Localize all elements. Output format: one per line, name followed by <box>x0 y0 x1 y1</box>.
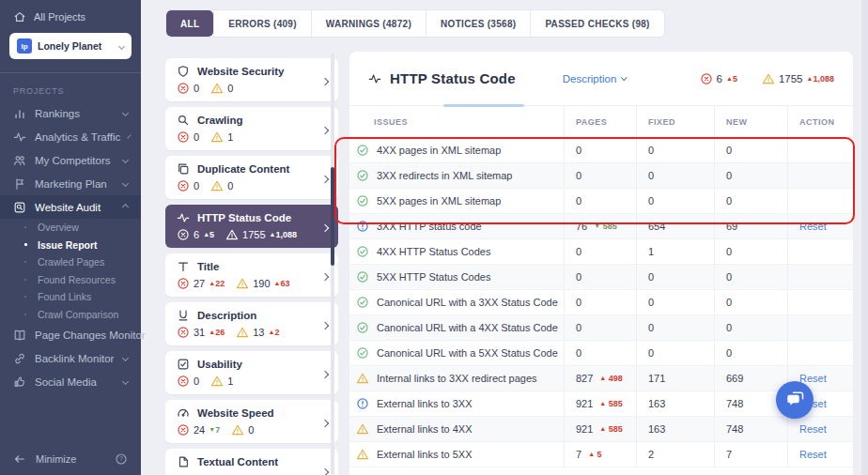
category-title[interactable]: Title27▲22190▲63 <box>165 253 338 297</box>
help-icon[interactable]: ? <box>115 452 128 466</box>
issue-label: 4XX HTTP Status Codes <box>377 246 490 257</box>
sidebar-subitem-found-links[interactable]: Found Links <box>0 288 141 306</box>
all-projects-link[interactable]: All Projects <box>0 0 141 31</box>
pages-delta: ▲ 585 <box>599 399 622 408</box>
issue-cell: Canonical URL with a 5XX Status Code <box>349 341 564 365</box>
category-http-status-code[interactable]: HTTP Status Code6▲51755▲1,088 <box>165 205 338 248</box>
sidebar-subitem-crawled-pages[interactable]: Crawled Pages <box>0 253 141 271</box>
warnings-count: 190▲63 <box>236 277 289 290</box>
warning-icon <box>762 72 775 85</box>
tab-notices[interactable]: NOTICES (3568) <box>426 10 530 37</box>
category-website-speed[interactable]: Website Speed24▼70 <box>165 400 338 443</box>
issue-row-external-links-to-4xx[interactable]: External links to 4XX921▲ 585163748Reset <box>349 417 853 442</box>
sidebar-item-analytics-traffic[interactable]: Analytics & Traffic <box>0 125 141 148</box>
issue-row-5xx-http-status-codes[interactable]: 5XX HTTP Status Codes000 <box>349 265 853 290</box>
sidebar-item-my-competitors[interactable]: My Competitors <box>0 148 141 172</box>
errors-summary: 6 ▲5 <box>700 72 737 85</box>
category-textual-content[interactable]: Textual Content <box>165 449 338 475</box>
category-name: Description <box>197 310 256 321</box>
issue-row-internal-links-to-3xx-redirect-pages[interactable]: Internal links to 3XX redirect pages827▲… <box>349 366 853 391</box>
chevron-down-icon <box>122 110 129 116</box>
new-cell: 69 <box>714 214 787 238</box>
sidebar-item-marketing-plan[interactable]: Marketing Plan <box>0 172 141 195</box>
chevron-right-icon <box>322 169 328 186</box>
issue-row-3xx-http-status-code[interactable]: 3XX HTTP status code76▼ 58565469Reset <box>349 214 853 239</box>
error-icon <box>177 228 190 241</box>
tab-errors[interactable]: ERRORS (409) <box>213 10 311 37</box>
tab-warnings[interactable]: WARNINGS (4872) <box>311 10 426 37</box>
reset-link[interactable]: Reset <box>799 449 827 460</box>
chevron-right-icon <box>322 364 328 381</box>
action-cell <box>787 239 853 264</box>
panel-header: HTTP Status Code Description 6 ▲5 1755 ▲… <box>349 52 853 106</box>
sidebar-subitem-overview[interactable]: Overview <box>0 219 141 237</box>
issue-label: External links to 3XX <box>377 398 473 409</box>
chevron-right-icon <box>322 267 328 283</box>
warnings-count: 1755 <box>779 73 803 84</box>
reset-link[interactable]: Reset <box>799 373 827 384</box>
passed-check-icon <box>356 144 369 157</box>
action-cell: Reset <box>787 417 853 441</box>
sidebar-subitem-crawl-comparison[interactable]: Crawl Comparison <box>0 306 141 324</box>
sidebar-item-backlink-monitor[interactable]: Backlink Monitor <box>0 346 141 370</box>
issue-row-canonical-url-with-a-5xx-status-code[interactable]: Canonical URL with a 5XX Status Code000 <box>349 341 853 366</box>
pages-cell: 7▲ 5 <box>564 442 636 467</box>
speed-icon <box>177 406 190 420</box>
category-counts: 00 <box>177 82 327 95</box>
fixed-cell: 163 <box>636 391 714 416</box>
category-duplicate-content[interactable]: Duplicate Content00 <box>165 156 338 199</box>
pages-delta: ▲ 585 <box>599 424 622 434</box>
tab-all[interactable]: ALL <box>166 10 213 37</box>
category-name: Website Speed <box>197 407 274 419</box>
up-arrow-icon: ▲ <box>726 75 733 82</box>
issue-row-3xx-redirects-in-xml-sitemap[interactable]: 3XX redirects in XML sitemap000 <box>349 163 853 189</box>
passed-check-icon <box>356 296 369 309</box>
column-header-action: ACTION <box>787 106 853 137</box>
sidebar-item-label: Page Changes Monitor <box>35 329 146 341</box>
view-selector-dropdown[interactable]: Description <box>563 73 627 84</box>
issue-row-canonical-url-with-a-3xx-status-code[interactable]: Canonical URL with a 3XX Status Code000 <box>349 290 853 315</box>
tab-passed-checks[interactable]: PASSED CHECKS (98) <box>530 10 663 37</box>
sidebar-subitem-found-resources[interactable]: Found Resources <box>0 271 141 289</box>
project-selector[interactable]: lp Lonely Planet <box>9 33 132 59</box>
chevron-up-icon <box>122 204 129 210</box>
issue-label: 3XX HTTP status code <box>377 221 482 232</box>
view-selector-label: Description <box>563 73 617 84</box>
reset-link[interactable]: Reset <box>799 423 827 435</box>
page-scrollbar[interactable] <box>861 0 868 475</box>
warnings-count: 0 <box>231 423 254 437</box>
error-icon <box>177 277 190 290</box>
sidebar-subitem-issue-report[interactable]: Issue Report <box>0 237 141 254</box>
sidebar-item-website-audit[interactable]: Website Audit <box>0 195 141 219</box>
category-crawling[interactable]: Crawling01 <box>165 107 338 150</box>
category-description[interactable]: Description31▲2613▲2 <box>165 302 338 345</box>
category-website-security[interactable]: Website Security00 <box>165 58 338 101</box>
category-name: Crawling <box>197 115 243 126</box>
issue-label: 4XX pages in XML sitemap <box>377 145 501 156</box>
issue-row-4xx-http-status-codes[interactable]: 4XX HTTP Status Codes010 <box>349 239 853 265</box>
sidebar-item-page-changes-monitor[interactable]: Page Changes Monitor <box>0 323 141 346</box>
reset-link[interactable]: Reset <box>799 221 827 232</box>
minimize-button[interactable]: Minimize <box>36 453 105 465</box>
issue-row-external-links-to-5xx[interactable]: External links to 5XX7▲ 527Reset <box>349 442 853 467</box>
error-icon <box>177 130 190 144</box>
issue-row-canonical-url-with-a-4xx-status-code[interactable]: Canonical URL with a 4XX Status Code000 <box>349 315 853 341</box>
issue-row-4xx-pages-in-xml-sitemap[interactable]: 4XX pages in XML sitemap000 <box>349 138 853 163</box>
category-counts: 01 <box>177 130 327 144</box>
issue-row-5xx-pages-in-xml-sitemap[interactable]: 5XX pages in XML sitemap000 <box>349 189 853 214</box>
category-name: Duplicate Content <box>197 163 289 175</box>
category-usability[interactable]: Usability01 <box>165 351 338 394</box>
new-cell: 7 <box>714 442 787 467</box>
issue-label: External links to 5XX <box>377 449 473 460</box>
chevron-down-icon <box>122 180 129 187</box>
sidebar-item-label: Website Audit <box>35 202 115 213</box>
sidebar-item-rankings[interactable]: Rankings <box>0 101 141 125</box>
errors-count: 0 <box>177 130 199 144</box>
chevron-down-icon <box>122 157 129 163</box>
category-title: HTTP Status Code <box>177 211 327 224</box>
sidebar-item-label: Backlink Monitor <box>35 353 115 364</box>
chat-widget-button[interactable] <box>776 381 814 419</box>
issue-cell: 5XX pages in XML sitemap <box>349 189 564 213</box>
category-scrollbar-thumb[interactable] <box>331 167 334 266</box>
sidebar-item-social-media[interactable]: Social Media <box>0 370 141 393</box>
